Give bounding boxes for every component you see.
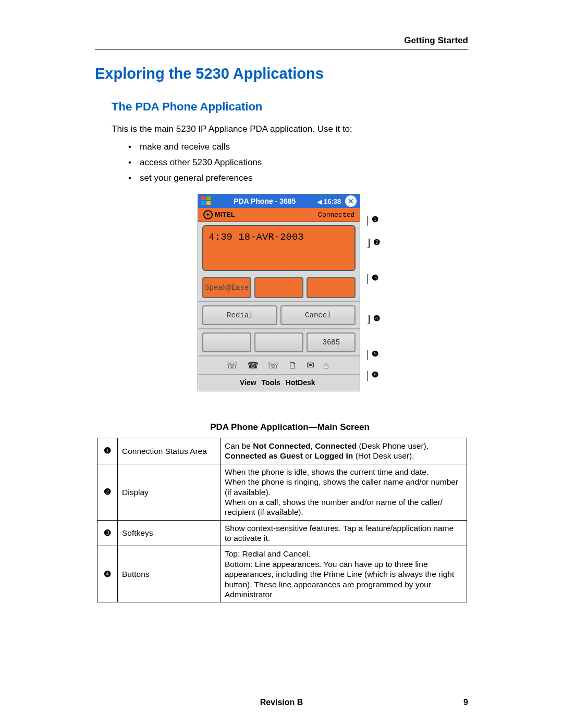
cancel-button[interactable]: Cancel (280, 305, 356, 325)
pda-device: PDA Phone - 3685 16:38 ✕ ✦ MITEL Connect… (198, 194, 360, 391)
page-header-section: Getting Started (95, 35, 468, 46)
row-number: ❸ (97, 520, 118, 546)
document-page: Getting Started Exploring the 5230 Appli… (0, 0, 563, 728)
callout-3: |❸ (366, 271, 380, 285)
bullet-item: set your general preferences (128, 173, 468, 183)
callout-5: |❺ (366, 347, 380, 361)
line-2-button[interactable] (254, 332, 303, 352)
row-desc: When the phone is idle, shows the curren… (221, 464, 467, 520)
row-number: ❷ (97, 464, 118, 520)
telephony-icons-bar[interactable]: ☏ ☎ ☏ 🗋 ✉ ⌂ (198, 355, 360, 374)
menu-hotdesk[interactable]: HotDesk (286, 378, 315, 387)
page-footer: Revision B 9 (95, 698, 468, 707)
line-1-button[interactable] (202, 332, 251, 352)
table-row: ❸ Softkeys Show context-sensitive featur… (97, 520, 467, 546)
callout-2: ]❷ (366, 236, 382, 249)
row-desc: Top: Redial and Cancel.Bottom: Line appe… (221, 546, 467, 602)
callout-1: |❶ (366, 213, 380, 226)
line-appearances-row: 3685 (198, 328, 360, 355)
table-row: ❹ Buttons Top: Redial and Cancel.Bottom:… (97, 546, 467, 602)
table-row: ❷ Display When the phone is idle, shows … (97, 464, 467, 520)
pda-figure: PDA Phone - 3685 16:38 ✕ ✦ MITEL Connect… (112, 194, 468, 418)
redial-button[interactable]: Redial (202, 305, 277, 325)
softkey-1[interactable]: Speak@Ease (202, 277, 251, 298)
pda-titlebar: PDA Phone - 3685 16:38 ✕ (198, 194, 360, 208)
row-label: Buttons (118, 546, 221, 602)
windows-logo-icon (201, 196, 212, 206)
softkey-2[interactable] (254, 277, 303, 298)
connection-status-label: Connected (318, 211, 354, 219)
intro-text: This is the main 5230 IP Appliance PDA a… (112, 124, 468, 134)
row-label: Display (118, 464, 221, 520)
callout-6: |❻ (366, 368, 380, 381)
figure-callouts: |❶ ]❷ |❸ ]❹ |❺ |❻ (366, 194, 382, 418)
page-subtitle: The PDA Phone Application (112, 100, 468, 114)
row-number: ❹ (97, 546, 118, 602)
page-title: Exploring the 5230 Applications (95, 65, 468, 82)
legend-table: ❶ Connection Status Area Can be Not Conn… (97, 438, 467, 602)
connection-status-area: ✦ MITEL Connected (198, 208, 360, 222)
row-number: ❶ (97, 438, 118, 464)
pda-time: 16:38 (324, 198, 341, 205)
fixed-buttons-row: Redial Cancel (198, 301, 360, 328)
page-number: 9 (463, 698, 468, 707)
softkeys-row: Speak@Ease (198, 274, 360, 301)
row-label: Connection Status Area (118, 438, 221, 464)
revision-label: Revision B (260, 698, 303, 707)
volume-icon (317, 198, 322, 205)
menu-view[interactable]: View (240, 378, 256, 387)
line-3-button[interactable]: 3685 (307, 332, 356, 352)
header-rule (95, 49, 468, 50)
callout-4: ]❹ (366, 312, 382, 325)
close-icon[interactable]: ✕ (345, 195, 357, 207)
pda-clock-area: 16:38 (317, 198, 341, 205)
intro-bullets: make and receive calls access other 5230… (128, 142, 468, 183)
row-desc: Can be Not Connected, Connected (Desk Ph… (221, 438, 467, 464)
bullet-item: access other 5230 Applications (128, 157, 468, 168)
row-desc: Show context-sensitive features. Tap a f… (221, 520, 467, 546)
pda-menu-bar: View Tools HotDesk (198, 374, 360, 391)
row-label: Softkeys (118, 520, 221, 546)
menu-tools[interactable]: Tools (262, 378, 280, 387)
figure-caption: PDA Phone Application—Main Screen (112, 422, 468, 433)
table-row: ❶ Connection Status Area Can be Not Conn… (97, 438, 467, 464)
mitel-logo: ✦ MITEL (203, 210, 235, 219)
bullet-item: make and receive calls (128, 142, 468, 152)
softkey-3[interactable] (307, 277, 356, 298)
pda-display: 4:39 18-AVR-2003 (202, 225, 356, 271)
pda-title-text: PDA Phone - 3685 (216, 197, 313, 205)
